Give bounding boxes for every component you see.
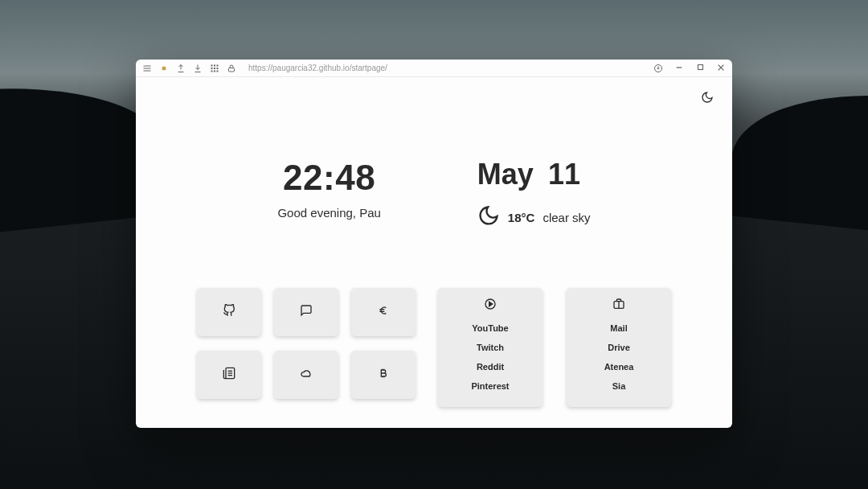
apps-grid-icon[interactable] — [210, 64, 219, 73]
news-icon — [223, 367, 235, 383]
tile-github[interactable] — [197, 288, 261, 336]
svg-rect-13 — [229, 68, 235, 72]
clock-time: 22:48 — [283, 158, 375, 198]
tile-grid — [197, 288, 416, 407]
svg-rect-5 — [214, 64, 215, 66]
close-button[interactable] — [716, 64, 726, 73]
tile-euro[interactable] — [351, 288, 416, 336]
link-drive[interactable]: Drive — [608, 338, 630, 357]
svg-rect-8 — [214, 68, 215, 69]
euro-icon — [377, 304, 390, 320]
list-grid: YouTube Twitch Reddit Pinterest Mail Dri… — [438, 288, 671, 407]
tile-chat[interactable] — [274, 288, 338, 336]
svg-rect-16 — [698, 65, 702, 70]
play-icon — [484, 298, 497, 310]
window-controls — [674, 64, 726, 73]
weather-row: 18°C clear sky — [477, 204, 591, 230]
greeting-text: Good evening, Pau — [277, 206, 380, 220]
link-mail[interactable]: Mail — [610, 318, 627, 338]
cloud-icon — [300, 367, 313, 383]
clock-block: 22:48 Good evening, Pau — [277, 158, 380, 230]
list-card-media: YouTube Twitch Reddit Pinterest — [438, 288, 542, 407]
browser-window: https://paugarcia32.github.io/startpage/… — [136, 60, 732, 428]
link-twitch[interactable]: Twitch — [477, 338, 504, 357]
svg-rect-10 — [211, 70, 213, 72]
bitcoin-icon — [377, 367, 390, 383]
svg-marker-29 — [489, 302, 493, 306]
svg-rect-12 — [217, 70, 219, 72]
svg-rect-4 — [211, 64, 213, 66]
svg-rect-9 — [217, 68, 219, 69]
download-icon[interactable] — [193, 64, 203, 73]
svg-rect-7 — [211, 68, 213, 69]
weather-temperature: 18°C — [508, 211, 535, 224]
minimize-button[interactable] — [674, 64, 684, 73]
tile-news[interactable] — [197, 351, 261, 399]
github-icon — [223, 304, 235, 320]
link-atenea[interactable]: Atenea — [604, 357, 634, 376]
svg-rect-11 — [214, 70, 215, 72]
maximize-button[interactable] — [695, 64, 705, 72]
page-content: 22:48 Good evening, Pau May 11 18°C clea… — [136, 77, 732, 428]
theme-toggle-button[interactable] — [698, 88, 716, 106]
menu-icon[interactable] — [142, 64, 152, 73]
browser-logo-icon — [159, 64, 169, 73]
link-sia[interactable]: Sia — [612, 376, 626, 396]
svg-rect-6 — [217, 64, 219, 66]
link-youtube[interactable]: YouTube — [472, 318, 508, 338]
date-day: 11 — [548, 158, 580, 191]
share-icon[interactable] — [176, 64, 186, 73]
date-month: May — [477, 158, 534, 191]
url-text[interactable]: https://paugarcia32.github.io/startpage/ — [248, 64, 387, 72]
link-reddit[interactable]: Reddit — [477, 357, 504, 376]
tile-cloud[interactable] — [274, 351, 338, 399]
titlebar: https://paugarcia32.github.io/startpage/ — [136, 60, 732, 77]
moon-icon — [477, 204, 500, 230]
chat-icon — [300, 304, 313, 320]
link-pinterest[interactable]: Pinterest — [471, 376, 509, 396]
svg-point-3 — [162, 66, 166, 70]
briefcase-icon — [612, 298, 625, 310]
weather-condition: clear sky — [542, 211, 590, 224]
download-indicator-icon[interactable] — [653, 64, 663, 73]
list-card-work: Mail Drive Atenea Sia — [567, 288, 671, 407]
tile-bitcoin[interactable] — [351, 351, 416, 399]
lock-icon — [227, 64, 236, 73]
date-block: May 11 18°C clear sky — [477, 158, 591, 230]
